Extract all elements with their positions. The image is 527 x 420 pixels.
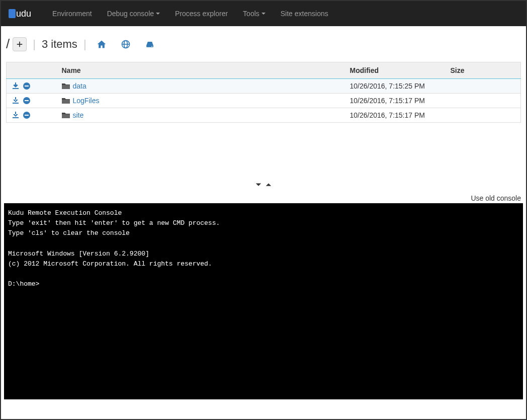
nav-site-extensions[interactable]: Site extensions (273, 2, 336, 25)
table-row: data 10/26/2016, 7:15:25 PM (7, 79, 521, 94)
resize-bar (1, 178, 526, 193)
table-row: LogFiles 10/26/2016, 7:15:17 PM (7, 94, 521, 108)
delete-icon[interactable] (23, 82, 31, 90)
delete-icon[interactable] (23, 111, 31, 119)
nav-tools[interactable]: Tools (235, 2, 273, 25)
size-cell (446, 79, 521, 94)
old-console-link-row: Use old console (1, 193, 526, 203)
modified-cell: 10/26/2016, 7:15:17 PM (345, 94, 446, 108)
col-name: Name (57, 62, 345, 79)
separator: | (83, 38, 86, 51)
nav-process-explorer[interactable]: Process explorer (167, 2, 235, 25)
svg-rect-10 (25, 115, 29, 116)
col-actions (7, 62, 57, 79)
brand-text: udu (16, 9, 31, 19)
header-bar: / | 3 items | (1, 26, 526, 57)
download-icon[interactable] (12, 111, 20, 119)
caret-down-icon (156, 13, 160, 15)
folder-icon (62, 82, 70, 90)
folder-link-site[interactable]: site (73, 111, 84, 119)
folder-link-data[interactable]: data (73, 82, 86, 90)
home-icon[interactable] (97, 39, 107, 49)
size-cell (446, 94, 521, 108)
add-button[interactable] (13, 37, 27, 51)
col-size: Size (446, 62, 521, 79)
folder-icon (62, 112, 70, 119)
table-row: site 10/26/2016, 7:15:17 PM (7, 108, 521, 123)
table-header-row: Name Modified Size (7, 62, 521, 79)
delete-icon[interactable] (23, 97, 31, 105)
kudu-logo-icon (9, 9, 16, 18)
file-table: Name Modified Size data 10/26/2016, 7:15… (6, 62, 521, 123)
col-modified: Modified (345, 62, 446, 79)
separator: | (33, 38, 36, 51)
chevron-up-icon[interactable] (264, 181, 273, 190)
navbar-menu: Environment Debug console Process explor… (45, 2, 336, 25)
modified-cell: 10/26/2016, 7:15:17 PM (345, 108, 446, 123)
size-cell (446, 108, 521, 123)
navbar: udu Environment Debug console Process ex… (1, 1, 526, 26)
globe-icon[interactable] (121, 39, 131, 49)
nav-debug-console[interactable]: Debug console (100, 2, 167, 25)
plus-icon (16, 41, 23, 48)
console-output[interactable]: Kudu Remote Execution Console Type 'exit… (4, 203, 523, 399)
nav-environment[interactable]: Environment (45, 2, 100, 25)
caret-down-icon (261, 13, 266, 15)
items-count: 3 items (42, 38, 77, 51)
use-old-console-link[interactable]: Use old console (471, 194, 521, 202)
download-icon[interactable] (12, 97, 20, 105)
breadcrumb-root[interactable]: / (6, 36, 10, 52)
header-icons (97, 39, 155, 49)
svg-rect-8 (25, 100, 29, 101)
chevron-down-icon[interactable] (254, 181, 263, 190)
disk-icon[interactable] (145, 39, 155, 49)
download-icon[interactable] (12, 82, 20, 90)
svg-point-4 (151, 46, 152, 47)
folder-icon (62, 97, 70, 104)
navbar-brand[interactable]: udu (9, 9, 39, 19)
svg-rect-6 (25, 86, 29, 87)
folder-link-logfiles[interactable]: LogFiles (73, 97, 100, 105)
modified-cell: 10/26/2016, 7:15:25 PM (345, 79, 446, 94)
